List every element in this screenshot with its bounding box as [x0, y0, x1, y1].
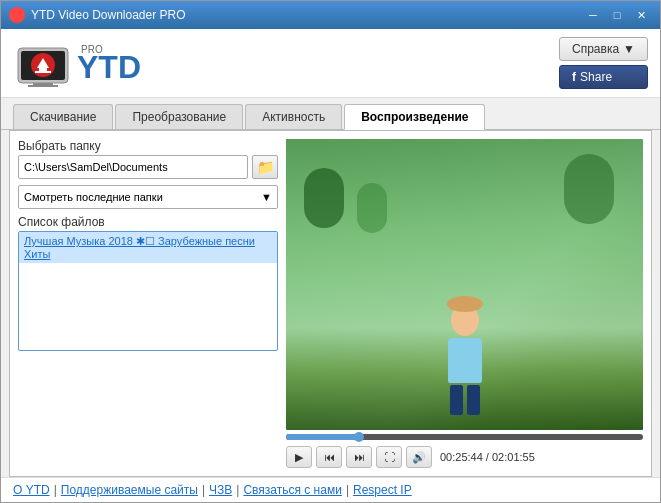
minimize-button[interactable]: ─ [582, 6, 604, 24]
list-item[interactable]: Лучшая Музыка 2018 ✱☐ Зарубежные песни Х… [19, 232, 277, 263]
svg-rect-3 [28, 85, 58, 87]
files-section: Список файлов Лучшая Музыка 2018 ✱☐ Зару… [18, 215, 278, 351]
footer-link-respect[interactable]: Respect IP [353, 483, 412, 497]
help-button[interactable]: Справка ▼ [559, 37, 648, 61]
facebook-icon: f [572, 70, 576, 84]
tab-convert[interactable]: Преобразование [115, 104, 243, 129]
next-button[interactable]: ⏭ [346, 446, 372, 468]
folder-section: Выбрать папку 📁 [18, 139, 278, 179]
progress-thumb [354, 432, 364, 442]
footer-sep-2: | [202, 483, 205, 497]
header: PRO YTD Справка ▼ f Share [1, 29, 660, 98]
help-label: Справка [572, 42, 619, 56]
footer-sep-3: | [236, 483, 239, 497]
main-content: Выбрать папку 📁 Смотреть последние папки… [9, 130, 652, 477]
video-progress-bar[interactable] [286, 434, 643, 440]
footer-link-faq[interactable]: ЧЗВ [209, 483, 232, 497]
share-label: Share [580, 70, 612, 84]
progress-fill [286, 434, 357, 440]
title-bar-text: YTD Video Downloader PRO [31, 8, 582, 22]
footer-link-about[interactable]: О YTD [13, 483, 50, 497]
file-list[interactable]: Лучшая Музыка 2018 ✱☐ Зарубежные песни Х… [18, 231, 278, 351]
window-controls: ─ □ ✕ [582, 6, 652, 24]
folder-path-input[interactable] [18, 155, 248, 179]
footer-link-contact[interactable]: Связаться с нами [243, 483, 341, 497]
play-button[interactable]: ▶ [286, 446, 312, 468]
title-bar: YTD Video Downloader PRO ─ □ ✕ [1, 1, 660, 29]
video-display [286, 139, 643, 430]
logo-text: PRO YTD [77, 44, 141, 83]
recent-folders-dropdown[interactable]: Смотреть последние папки ▼ [18, 185, 278, 209]
app-logo-icon [13, 38, 73, 88]
folder-icon: 📁 [257, 159, 274, 175]
playback-controls: ▶ ⏮ ⏭ ⛶ 🔊 00:25:44 / 02:01:55 [286, 446, 643, 468]
fullscreen-button[interactable]: ⛶ [376, 446, 402, 468]
chevron-down-icon: ▼ [261, 191, 272, 203]
maximize-button[interactable]: □ [606, 6, 628, 24]
footer-sep-4: | [346, 483, 349, 497]
files-label: Список файлов [18, 215, 278, 229]
prev-button[interactable]: ⏮ [316, 446, 342, 468]
tab-activity[interactable]: Активность [245, 104, 342, 129]
volume-button[interactable]: 🔊 [406, 446, 432, 468]
tab-download[interactable]: Скачивание [13, 104, 113, 129]
file-item-text: Лучшая Музыка 2018 ✱☐ Зарубежные песни Х… [24, 235, 272, 260]
footer-sep-1: | [54, 483, 57, 497]
dropdown-arrow-icon: ▼ [623, 42, 635, 56]
tab-bar: Скачивание Преобразование Активность Вос… [1, 98, 660, 130]
tab-playback[interactable]: Воспроизведение [344, 104, 485, 130]
dropdown-label: Смотреть последние папки [24, 191, 163, 203]
logo-ytd-text: YTD [77, 51, 141, 83]
logo-area: PRO YTD [13, 38, 141, 88]
share-button[interactable]: f Share [559, 65, 648, 89]
footer: О YTD | Поддерживаемые сайты | ЧЗВ | Свя… [1, 477, 660, 502]
svg-rect-7 [35, 71, 51, 73]
video-scene [286, 139, 643, 430]
header-buttons: Справка ▼ f Share [559, 37, 648, 89]
folder-row: 📁 [18, 155, 278, 179]
folder-label: Выбрать папку [18, 139, 278, 153]
app-icon [9, 7, 25, 23]
browse-folder-button[interactable]: 📁 [252, 155, 278, 179]
footer-link-supported[interactable]: Поддерживаемые сайты [61, 483, 198, 497]
app-window: YTD Video Downloader PRO ─ □ ✕ [0, 0, 661, 503]
close-button[interactable]: ✕ [630, 6, 652, 24]
time-display: 00:25:44 / 02:01:55 [440, 451, 535, 463]
left-panel: Выбрать папку 📁 Смотреть последние папки… [18, 139, 278, 468]
right-panel: ▶ ⏮ ⏭ ⛶ 🔊 00:25:44 / 02:01:55 [286, 139, 643, 468]
